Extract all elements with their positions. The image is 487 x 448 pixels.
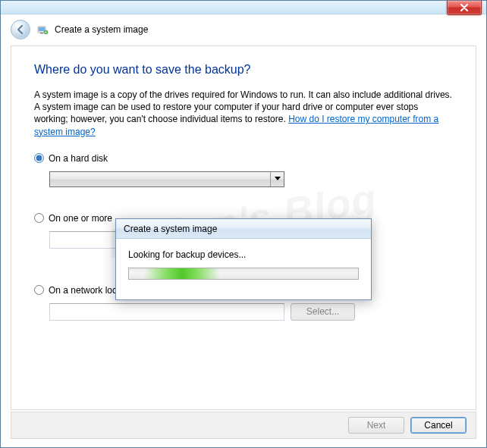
progress-bar-fill xyxy=(144,268,220,279)
svg-rect-2 xyxy=(40,33,43,34)
next-button[interactable]: Next xyxy=(348,417,404,434)
svg-rect-1 xyxy=(39,27,45,31)
header: Create a system image xyxy=(11,20,148,39)
wizard-button-bar: Next Cancel xyxy=(11,412,476,439)
back-button[interactable] xyxy=(11,20,30,39)
radio-hard-disk[interactable] xyxy=(34,153,44,163)
option-hard-disk[interactable]: On a hard disk xyxy=(34,153,453,164)
titlebar xyxy=(1,1,486,14)
app-icon xyxy=(36,23,49,36)
progress-dialog-title: Create a system image xyxy=(116,219,371,239)
option-hard-disk-label: On a hard disk xyxy=(49,153,108,164)
radio-network[interactable] xyxy=(34,285,44,295)
close-icon xyxy=(460,4,469,11)
hard-disk-dropdown[interactable] xyxy=(49,171,284,187)
window-title: Create a system image xyxy=(55,24,148,35)
cancel-button[interactable]: Cancel xyxy=(410,417,467,434)
progress-bar xyxy=(128,268,359,280)
page-description: A system image is a copy of the drives r… xyxy=(34,89,453,138)
dropdown-arrow[interactable] xyxy=(270,172,284,186)
radio-dvd[interactable] xyxy=(34,213,44,223)
chevron-down-icon xyxy=(275,177,281,181)
option-dvd-label: On one or more xyxy=(49,213,112,224)
select-network-button[interactable]: Select... xyxy=(291,303,355,321)
progress-dialog: Create a system image Looking for backup… xyxy=(115,218,372,300)
close-button[interactable] xyxy=(447,1,482,15)
back-arrow-icon xyxy=(15,24,26,35)
page-heading: Where do you want to save the backup? xyxy=(34,63,453,77)
network-path-input[interactable] xyxy=(49,303,284,321)
progress-status-text: Looking for backup devices... xyxy=(128,249,359,260)
